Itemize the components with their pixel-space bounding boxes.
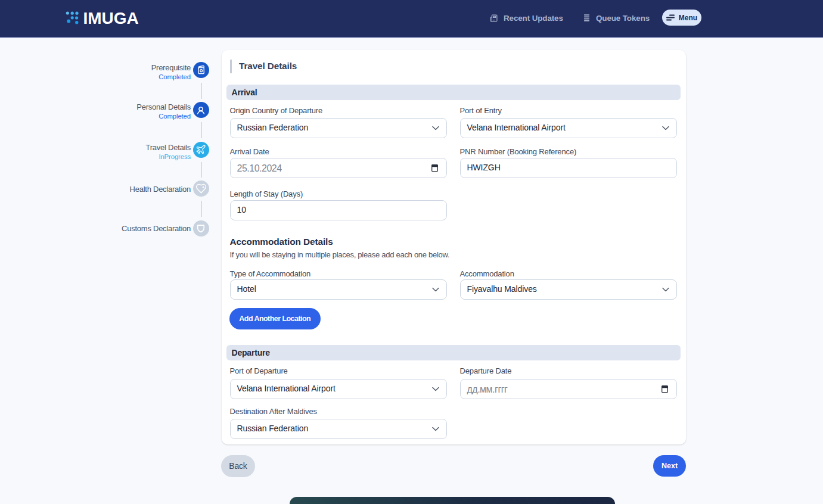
svg-text:IMUGA: IMUGA (83, 9, 139, 27)
